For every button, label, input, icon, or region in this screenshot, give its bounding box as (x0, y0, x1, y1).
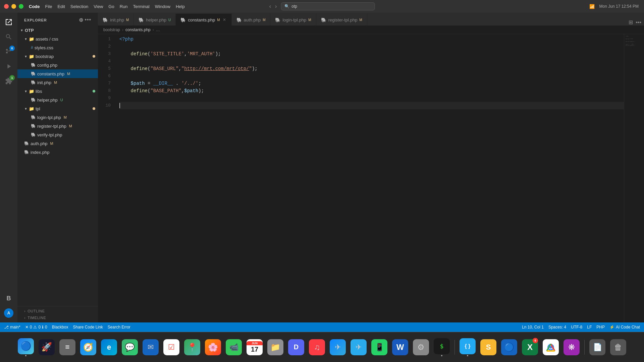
blackbox-icon[interactable]: B (2, 292, 15, 305)
file-tree: ▼ OTP ▼ 📁 assets / css # styles.css ▼ (17, 26, 98, 306)
tab-login-tpl-php[interactable]: 🐘 login-tpl.php M (270, 14, 316, 25)
tree-file-auth-php[interactable]: 🐘 auth.php M (17, 139, 98, 148)
dock-files2[interactable]: 📄 (588, 338, 607, 357)
tab-helper-php[interactable]: 🐘 helper.php U (134, 14, 176, 25)
dock-trash[interactable]: 🗑 (609, 338, 628, 357)
tree-file-helper-php[interactable]: 🐘 helper.php U (17, 96, 98, 104)
minimize-button[interactable] (11, 4, 16, 9)
account-icon[interactable]: A (2, 306, 15, 320)
dock-finder[interactable]: 🔵 (16, 338, 35, 357)
tree-file-verify-tpl-php[interactable]: 🐘 verify-tpl.php (17, 130, 98, 139)
tree-folder-otp[interactable]: ▼ OTP (17, 26, 98, 35)
tab-init-php-label: init.php (110, 17, 124, 22)
dock-safari[interactable]: 🧭 (79, 338, 98, 357)
errors-item[interactable]: ✕ 0 ⚠ 0 ℹ 0 (25, 325, 47, 329)
menu-window[interactable]: Window (155, 4, 170, 9)
tab-constants-php[interactable]: 🐘 constants.php M ✕ (176, 14, 231, 25)
more-tabs-icon[interactable]: ••• (636, 19, 641, 25)
menu-go[interactable]: Go (108, 4, 114, 9)
menu-run[interactable]: Run (120, 4, 128, 9)
dock-testflight[interactable]: ✈ (328, 338, 347, 357)
info-icon: ℹ (42, 325, 44, 329)
tab-init-php[interactable]: 🐘 init.php M (98, 14, 134, 25)
dock-word[interactable]: W (391, 338, 410, 357)
cursor-position-item[interactable]: Ln 10, Col 1 (522, 325, 544, 329)
dock-files[interactable]: 📁 (266, 338, 285, 357)
dock-sketch[interactable]: S (479, 338, 498, 357)
tree-file-styles-css[interactable]: # styles.css (17, 43, 98, 52)
vscode-icon: { } (460, 338, 476, 354)
activity-search[interactable] (2, 30, 15, 44)
spaces-item[interactable]: Spaces: 4 (548, 325, 566, 329)
activity-source-control[interactable]: 6 (2, 45, 15, 58)
dock-discord[interactable]: D (287, 338, 306, 357)
dock-system-prefs[interactable]: ⚙ (412, 338, 430, 357)
menu-code[interactable]: Code (29, 4, 40, 9)
dock-launchpad[interactable]: 🚀 (37, 338, 56, 357)
activity-run-debug[interactable] (2, 60, 15, 73)
menu-edit[interactable]: Edit (57, 4, 65, 9)
menu-file[interactable]: File (45, 4, 52, 9)
line-ending-item[interactable]: LF (587, 325, 592, 329)
breadcrumb-part-constants-php[interactable]: constants.php (125, 27, 151, 32)
tree-file-index-php[interactable]: 🐘 index.php (17, 148, 98, 157)
dock-maps[interactable]: 📍 (183, 338, 202, 357)
dock-calculator[interactable]: = (58, 338, 77, 357)
search-error-item[interactable]: Search Error (108, 325, 130, 329)
search-bar[interactable]: 🔍 otp (281, 2, 375, 10)
breadcrumb-part-bootstrap[interactable]: bootstrap (103, 27, 120, 32)
dock-messages[interactable]: 💬 (120, 338, 139, 357)
dock-reminders[interactable]: ☑ (162, 338, 181, 357)
breadcrumb-part-ellipsis[interactable]: … (156, 27, 160, 32)
dock-telegram[interactable]: ✈ (349, 338, 368, 357)
menu-terminal[interactable]: Terminal (133, 4, 150, 9)
dock-calendar[interactable]: JUN 17 (245, 338, 264, 357)
close-button[interactable] (4, 4, 9, 9)
dock-whatsapp[interactable]: 📱 (370, 338, 389, 357)
dock-facetime[interactable]: 📹 (224, 338, 243, 357)
new-file-icon[interactable]: ⊕ (79, 17, 84, 23)
split-editor-icon[interactable]: ⊞ (629, 19, 633, 25)
editor-content[interactable]: 1 2 3 4 5 6 7 8 9 10 <?php (98, 34, 644, 322)
more-actions-icon[interactable]: ••• (85, 17, 91, 23)
tree-folder-assets-css[interactable]: ▼ 📁 assets / css (17, 35, 98, 43)
dock-photos[interactable]: 🌸 (204, 338, 222, 357)
maximize-button[interactable] (19, 4, 23, 9)
nav-forward-button[interactable]: › (275, 3, 277, 9)
tree-folder-bootstrap[interactable]: ▼ 📁 bootstrap (17, 52, 98, 61)
dock-excel[interactable]: X 6 (521, 338, 539, 357)
tab-auth-php[interactable]: 🐘 auth.php M (232, 14, 271, 25)
outline-section[interactable]: › OUTLINE (17, 308, 98, 314)
dock-vscode[interactable]: { } (458, 338, 477, 357)
timeline-section[interactable]: › TIMELINE (17, 314, 98, 321)
tree-file-register-tpl-php[interactable]: 🐘 register-tpl.php M (17, 122, 98, 130)
language-item[interactable]: PHP (596, 325, 605, 329)
tree-folder-tpl[interactable]: ▼ 📁 tpl (17, 104, 98, 113)
activity-extensions[interactable]: 1 (2, 74, 15, 88)
tab-close-button[interactable]: ✕ (222, 17, 227, 23)
dock-music[interactable]: ♫ (308, 338, 326, 357)
dock-edge[interactable]: e (100, 338, 118, 357)
dock-colorful[interactable]: ❋ (562, 338, 581, 357)
dock-chrome[interactable] (541, 338, 560, 357)
encoding-item[interactable]: UTF-8 (571, 325, 582, 329)
menu-help[interactable]: Help (176, 4, 185, 9)
menu-selection[interactable]: Selection (70, 4, 88, 9)
tab-register-tpl-php[interactable]: 🐘 register-tpl.php M (316, 14, 367, 25)
ai-code-chat-item[interactable]: ⚡ AI Code Chat (609, 325, 640, 329)
code-editor[interactable]: <?php define('SITE_TITLE','MRT_AUTH'); d… (114, 34, 624, 322)
tree-file-init-php[interactable]: 🐘 init.php M (17, 78, 98, 87)
share-code-link-item[interactable]: Share Code Link (73, 325, 103, 329)
tree-file-constants-php[interactable]: 🐘 constants.php M (17, 69, 98, 78)
nav-back-button[interactable]: ‹ (269, 3, 271, 9)
dock-mail[interactable]: ✉ (141, 338, 160, 357)
git-branch-item[interactable]: ⎇ main* (4, 325, 20, 329)
menu-view[interactable]: View (94, 4, 103, 9)
tree-file-login-tpl-php[interactable]: 🐘 login-tpl.php M (17, 113, 98, 122)
tree-file-config-php[interactable]: 🐘 config.php (17, 61, 98, 69)
dock-terminal[interactable]: $ (432, 338, 451, 357)
tree-folder-libs[interactable]: ▼ 📁 libs (17, 87, 98, 96)
activity-explorer[interactable] (2, 15, 15, 29)
blackbox-item[interactable]: Blackbox (52, 325, 68, 329)
dock-finder2[interactable]: 🔵 (500, 338, 519, 357)
